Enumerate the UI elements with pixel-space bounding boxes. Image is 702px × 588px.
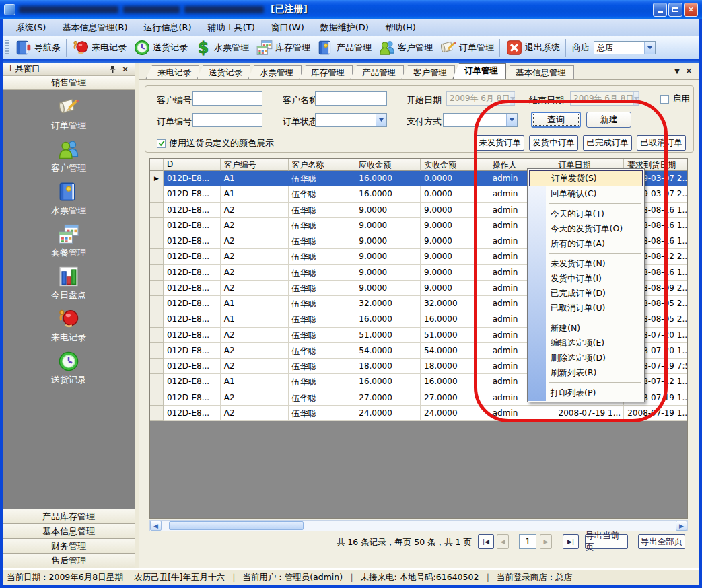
grid-cell-customer_code[interactable]: A2 — [221, 390, 289, 406]
first-page-button[interactable]: |◀ — [478, 534, 494, 549]
color-checkbox-row[interactable]: 使用送货员定义的颜色展示 — [157, 137, 274, 149]
tab-水票管理[interactable]: 水票管理 — [248, 65, 302, 79]
sidebar-bottom-bar[interactable]: 基本信息管理 — [3, 523, 135, 538]
grid-cell-received[interactable]: 16.0000 — [421, 374, 489, 390]
sidebar-bottom-bar[interactable]: 财务管理 — [3, 538, 135, 553]
tab-送货记录[interactable]: 送货记录 — [197, 65, 250, 79]
grid-cell-received[interactable]: 0.0000 — [421, 186, 489, 202]
table-row[interactable]: 012D-E8...A2伍华聪24.000024.0000admin2008-0… — [150, 406, 687, 421]
grid-cell-id[interactable]: 012D-E8... — [164, 218, 221, 233]
grid-cell-customer_code[interactable]: A1 — [221, 374, 289, 390]
grid-column-header[interactable]: 客户编号 — [221, 159, 289, 171]
context-menu-item[interactable]: 删除选定项(D) — [528, 351, 643, 365]
grid-cell-received[interactable]: 9.0000 — [421, 281, 489, 296]
sidebar-item-package-calendar[interactable]: 套餐管理 — [3, 223, 135, 265]
customer-name-input[interactable] — [315, 91, 387, 106]
grid-cell-receivable[interactable]: 16.0000 — [355, 186, 421, 202]
grid-cell-customer_code[interactable]: A2 — [221, 203, 289, 218]
grid-column-header[interactable]: 应收金额 — [355, 159, 421, 171]
grid-cell-receivable[interactable]: 9.0000 — [355, 233, 421, 249]
grid-cell-customer_code[interactable]: A2 — [221, 281, 289, 296]
row-selector-cell[interactable] — [150, 296, 164, 311]
grid-cell-id[interactable]: 012D-E8... — [164, 343, 221, 359]
grid-cell-receivable[interactable]: 51.0000 — [355, 328, 421, 343]
row-selector-cell[interactable] — [150, 203, 164, 218]
grid-cell-id[interactable]: 012D-E8... — [164, 249, 221, 264]
tab-库存管理[interactable]: 库存管理 — [299, 65, 353, 79]
grid-cell-id[interactable]: 012D-E8... — [164, 374, 221, 390]
sidebar-section-header[interactable]: 销售管理 — [3, 76, 135, 90]
menu-item[interactable]: 窗口(W) — [263, 20, 312, 36]
grid-cell-receivable[interactable]: 9.0000 — [355, 218, 421, 233]
grid-cell-customer_name[interactable]: 伍华聪 — [289, 186, 356, 202]
toolbar-button[interactable]: $水票管理 — [191, 38, 252, 58]
grid-cell-received[interactable]: 51.0000 — [421, 328, 489, 343]
tab-list-dropdown-icon[interactable]: ▼ — [674, 67, 680, 75]
chevron-down-icon[interactable] — [644, 42, 655, 54]
tab-客户管理[interactable]: 客户管理 — [401, 65, 455, 79]
row-selector-cell[interactable] — [150, 374, 164, 390]
grid-cell-received[interactable]: 32.0000 — [421, 296, 489, 311]
tab-订单管理[interactable]: 订单管理 — [452, 63, 506, 79]
grid-cell-customer_name[interactable]: 伍华聪 — [289, 406, 356, 421]
grid-cell-customer_name[interactable]: 伍华聪 — [289, 233, 356, 249]
grid-cell-customer_code[interactable]: A1 — [221, 311, 289, 327]
grid-cell-id[interactable]: 012D-E8... — [164, 281, 221, 296]
minimize-button[interactable] — [653, 3, 667, 17]
grid-cell-id[interactable]: 012D-E8... — [164, 296, 221, 311]
menu-item[interactable]: 帮助(H) — [377, 20, 424, 36]
grid-cell-id[interactable]: 012D-E8... — [164, 406, 221, 421]
row-selector-cell[interactable] — [150, 233, 164, 249]
grid-cell-receivable[interactable]: 9.0000 — [355, 203, 421, 218]
grid-cell-id[interactable]: 012D-E8... — [164, 311, 221, 327]
grid-cell-receivable[interactable]: 16.0000 — [355, 311, 421, 327]
grid-cell-received[interactable]: 0.0000 — [421, 171, 489, 186]
last-page-button[interactable]: ▶| — [563, 534, 579, 549]
grid-cell-receivable[interactable]: 32.0000 — [355, 296, 421, 311]
sidebar-item-customers-people[interactable]: 客户管理 — [3, 138, 135, 180]
tab-基本信息管理[interactable]: 基本信息管理 — [503, 65, 574, 79]
row-selector-cell[interactable] — [150, 186, 164, 202]
grid-cell-received[interactable]: 16.0000 — [421, 311, 489, 327]
grid-cell-received[interactable]: 9.0000 — [421, 203, 489, 218]
row-selector-cell[interactable] — [150, 328, 164, 343]
scroll-left-icon[interactable]: ◀ — [150, 521, 162, 531]
tab-来电记录[interactable]: 来电记录 — [145, 65, 199, 79]
grid-cell-customer_code[interactable]: A2 — [221, 406, 289, 421]
context-menu-item[interactable]: 所有的订单(A) — [528, 236, 643, 251]
row-selector-cell[interactable] — [150, 249, 164, 264]
toolbar-button[interactable]: 产品管理 — [314, 38, 375, 58]
grid-cell-id[interactable]: 012D-E8... — [164, 203, 221, 218]
sidebar-item-call-bell[interactable]: 来电记录 — [3, 307, 135, 350]
grid-cell-id[interactable]: 012D-E8... — [164, 171, 221, 186]
grid-cell-id[interactable]: 012D-E8... — [164, 186, 221, 202]
grid-cell-customer_code[interactable]: A1 — [221, 296, 289, 311]
context-menu-item[interactable]: 编辑选定项(E) — [528, 336, 643, 351]
grid-column-header[interactable]: 实收金额 — [421, 159, 489, 171]
menu-item[interactable]: 基本信息管理(B) — [54, 20, 135, 36]
pay-method-select[interactable] — [443, 113, 518, 127]
sidebar-bottom-bar[interactable]: 产品库存管理 — [3, 509, 135, 523]
context-menu-item[interactable]: 回单确认(C) — [528, 186, 643, 201]
close-button[interactable]: ✕ — [684, 3, 698, 17]
grid-cell-customer_code[interactable]: A2 — [221, 265, 289, 281]
grid-column-header[interactable]: 客户名称 — [289, 159, 356, 171]
sidebar-item-water-ticket-book[interactable]: 水票管理 — [3, 180, 135, 223]
context-menu-item[interactable]: 发货中订单(I) — [528, 271, 643, 286]
grid-cell-receivable[interactable]: 16.0000 — [355, 374, 421, 390]
grid-cell-customer_name[interactable]: 伍华聪 — [289, 249, 356, 264]
row-selector-cell[interactable] — [150, 359, 164, 374]
sidebar-item-delivery-clock[interactable]: 送货记录 — [3, 350, 135, 392]
enable-checkbox-row[interactable]: 启用 — [660, 93, 690, 105]
page-number-input[interactable]: 1 — [519, 534, 536, 549]
context-menu-item[interactable]: 刷新列表(R) — [528, 365, 643, 380]
toolbar-drag-handle[interactable] — [5, 40, 9, 56]
grid-cell-customer_name[interactable]: 伍华聪 — [289, 359, 356, 374]
toolbar-button[interactable]: 退出系统 — [502, 38, 563, 58]
grid-cell-receivable[interactable]: 9.0000 — [355, 249, 421, 264]
toolbar-button[interactable]: 订单管理 — [436, 38, 497, 58]
sidebar-bottom-bar[interactable]: 售后管理 — [3, 553, 135, 568]
row-selector-cell[interactable] — [150, 265, 164, 281]
row-selector-cell[interactable]: ▶ — [150, 171, 164, 186]
export-all-pages-button[interactable]: 导出全部页 — [638, 534, 685, 549]
